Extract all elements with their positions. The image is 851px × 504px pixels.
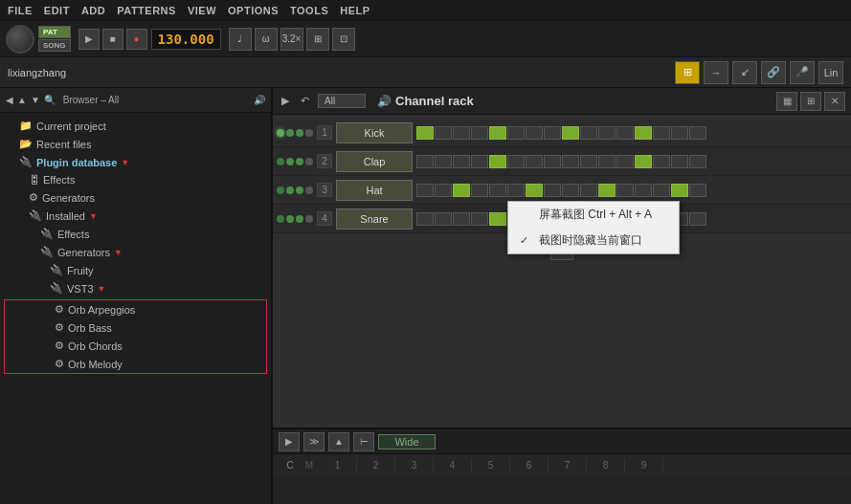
pad-hat-8[interactable] [544, 184, 561, 197]
pad-hat-9[interactable] [562, 184, 579, 197]
lin-button[interactable]: Lin [818, 61, 843, 84]
pad-snare-4[interactable] [471, 212, 488, 226]
pad-kick-10[interactable] [580, 126, 597, 140]
pad-clap-1[interactable] [416, 155, 434, 168]
link-button[interactable]: 🔗 [761, 61, 786, 84]
tree-installed-effects[interactable]: 🔌 Effects [0, 225, 271, 243]
menu-view[interactable]: VIEW [188, 5, 216, 16]
pad-clap-16[interactable] [689, 155, 706, 168]
pad-hat-12[interactable] [616, 184, 634, 197]
pad-kick-4[interactable] [471, 126, 488, 140]
cr-undo[interactable]: ↶ [298, 94, 312, 108]
pad-hat-7[interactable] [526, 184, 543, 197]
browser-nav-next[interactable]: ▼ [31, 95, 40, 105]
tempo-tap-button[interactable]: ω [255, 28, 278, 51]
pad-kick-6[interactable] [507, 126, 525, 140]
pad-kick-2[interactable] [435, 126, 452, 140]
mixer-button[interactable]: ⊞ [675, 61, 700, 84]
wide-label[interactable]: Wide [378, 434, 436, 449]
menu-options[interactable]: OPTIONS [228, 5, 279, 16]
ch-dot-hat-1[interactable] [286, 186, 294, 194]
menu-add[interactable]: ADD [81, 5, 105, 16]
bpm-display[interactable]: 130.000 [151, 29, 221, 50]
pad-kick-16[interactable] [689, 126, 706, 140]
bt-nav-2[interactable]: ≫ [303, 432, 325, 451]
stop-button[interactable]: ■ [102, 29, 123, 50]
cr-close-button[interactable]: ✕ [824, 92, 845, 111]
menu-file[interactable]: FILE [8, 5, 33, 16]
pad-clap-14[interactable] [653, 155, 670, 168]
cr-bar-chart-icon[interactable]: ▦ [776, 92, 797, 111]
arrow-button[interactable]: → [704, 61, 728, 84]
browser-speaker-icon[interactable]: 🔊 [254, 95, 265, 105]
pad-hat-10[interactable] [580, 184, 597, 197]
ch-dot-snare-3[interactable] [305, 215, 313, 223]
pad-kick-9[interactable] [562, 126, 579, 140]
pad-hat-2[interactable] [435, 184, 452, 197]
ch-name-kick[interactable]: Kick [336, 122, 413, 143]
tree-generators[interactable]: ⚙ Generators [0, 188, 271, 207]
bt-nav-3[interactable]: ▲ [328, 432, 349, 451]
play-button[interactable]: ▶ [78, 29, 100, 50]
pad-clap-6[interactable] [507, 155, 525, 168]
tree-orb-bass[interactable]: ⚙ Orb Bass [5, 318, 266, 337]
ch-dot-clap-3[interactable] [305, 158, 313, 165]
tree-current-project[interactable]: 📁 Current project [0, 117, 271, 135]
pad-hat-5[interactable] [489, 184, 506, 197]
pad-snare-16[interactable] [689, 212, 706, 226]
pad-kick-5[interactable] [489, 126, 506, 140]
cr-grid-icon[interactable]: ⊞ [800, 92, 821, 111]
cr-filter-dropdown[interactable]: All [318, 94, 366, 108]
pad-hat-15[interactable] [671, 184, 688, 197]
pad-kick-8[interactable] [544, 126, 561, 140]
mic-button[interactable]: 🎤 [790, 61, 815, 84]
tree-fruity[interactable]: 🔌 Fruity [0, 261, 271, 279]
pad-clap-13[interactable] [635, 155, 652, 168]
ch-name-clap[interactable]: Clap [336, 151, 413, 172]
pad-kick-13[interactable] [635, 126, 652, 140]
pad-hat-16[interactable] [689, 184, 706, 197]
ch-dot-hat-3[interactable] [305, 186, 313, 194]
tree-installed-generators[interactable]: 🔌 Generators ▼ [0, 243, 271, 261]
ch-dot-3[interactable] [305, 129, 313, 137]
tree-effects[interactable]: 🎛 Effects [0, 171, 271, 188]
pad-clap-3[interactable] [453, 155, 470, 168]
ctx-hide-window[interactable]: ✓ 截图时隐藏当前窗口 [508, 228, 679, 253]
pad-clap-12[interactable] [616, 155, 634, 168]
bt-nav-4[interactable]: ⊢ [353, 432, 374, 451]
pad-hat-14[interactable] [653, 184, 670, 197]
steps-button[interactable]: ⊞ [306, 28, 329, 51]
cr-nav-left[interactable]: ▶ [279, 94, 292, 108]
pad-snare-3[interactable] [453, 212, 470, 226]
tree-orb-melody[interactable]: ⚙ Orb Melody [5, 355, 266, 373]
browser-nav-up[interactable]: ▲ [17, 95, 27, 105]
ch-dot-snare-1[interactable] [286, 215, 294, 223]
ch-dot-2[interactable] [296, 129, 303, 137]
tree-orb-arpeggios[interactable]: ⚙ Orb Arpeggios [5, 300, 266, 318]
browser-search-icon[interactable]: 🔍 [44, 95, 56, 105]
pad-kick-12[interactable] [616, 126, 634, 140]
bt-nav-1[interactable]: ▶ [279, 432, 300, 451]
master-knob[interactable] [6, 25, 34, 54]
pat-button[interactable]: PAT [38, 26, 71, 38]
pad-hat-11[interactable] [598, 184, 616, 197]
ch-dot-1[interactable] [286, 129, 294, 137]
pad-hat-4[interactable] [471, 184, 488, 197]
ch-dot-snare-2[interactable] [296, 215, 303, 223]
timesig-button[interactable]: 3.2× [280, 28, 303, 51]
tree-orb-chords[interactable]: ⚙ Orb Chords [5, 337, 266, 355]
pad-kick-7[interactable] [526, 126, 543, 140]
pad-hat-1[interactable] [416, 184, 434, 197]
pad-kick-15[interactable] [671, 126, 688, 140]
pad-clap-2[interactable] [435, 155, 452, 168]
pad-clap-9[interactable] [562, 155, 579, 168]
tree-recent-files[interactable]: 📂 Recent files [0, 135, 271, 153]
metronome-button[interactable]: ♩ [229, 28, 252, 51]
menu-tools[interactable]: TOOLS [290, 5, 328, 16]
pad-clap-7[interactable] [526, 155, 543, 168]
pad-kick-1[interactable] [416, 126, 434, 140]
ctx-screenshot[interactable]: 屏幕截图 Ctrl + Alt + A [508, 202, 679, 228]
pad-clap-15[interactable] [671, 155, 688, 168]
tree-vst3[interactable]: 🔌 VST3 ▼ [0, 279, 271, 297]
fx-button[interactable]: ⊡ [332, 28, 355, 51]
